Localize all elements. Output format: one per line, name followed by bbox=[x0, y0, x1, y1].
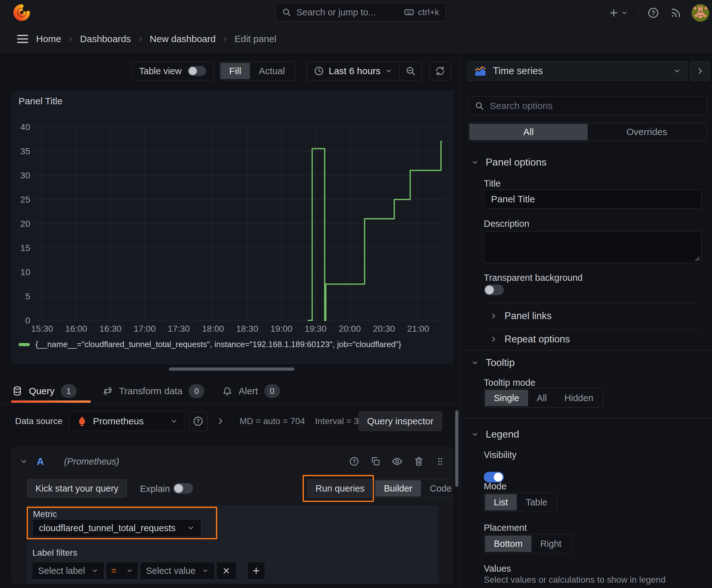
legend-placement-right[interactable]: Right bbox=[532, 536, 570, 552]
legend-visibility-toggle[interactable] bbox=[484, 472, 504, 482]
drag-query-icon[interactable] bbox=[435, 456, 445, 466]
panel-options-header[interactable]: Panel options bbox=[471, 156, 546, 168]
tab-query[interactable]: Query 1 bbox=[12, 381, 77, 401]
panel-links-header[interactable]: Panel links bbox=[490, 310, 552, 322]
svg-text:19:00: 19:00 bbox=[270, 324, 292, 334]
time-series-chart[interactable]: 051015202530354015:3016:0016:3017:0017:3… bbox=[12, 91, 453, 364]
svg-text:18:00: 18:00 bbox=[202, 324, 224, 334]
zoom-out-button[interactable] bbox=[400, 62, 422, 80]
transparent-bg-toggle[interactable] bbox=[484, 285, 504, 295]
tooltip-mode-single[interactable]: Single bbox=[485, 390, 528, 406]
scrollbar-thumb[interactable] bbox=[455, 410, 458, 487]
help-icon[interactable] bbox=[647, 7, 659, 19]
query-inspector-button[interactable]: Query inspector bbox=[359, 412, 442, 431]
query-ref-id: A bbox=[37, 456, 44, 467]
global-search-box[interactable]: Search or jump to... ctrl+k bbox=[275, 3, 446, 21]
legend-header[interactable]: Legend bbox=[471, 428, 519, 440]
chevron-right-icon bbox=[490, 336, 497, 343]
collapse-query-icon[interactable] bbox=[20, 457, 28, 465]
chevron-right-icon bbox=[696, 67, 704, 75]
tab-overrides[interactable]: Overrides bbox=[588, 124, 706, 140]
metric-select[interactable]: cloudflared_tunnel_total_requests bbox=[33, 519, 201, 537]
viz-picker[interactable]: Time series bbox=[468, 61, 688, 81]
metric-value: cloudflared_tunnel_total_requests bbox=[39, 523, 187, 533]
duplicate-query-icon[interactable] bbox=[370, 456, 381, 466]
remove-filter-button[interactable] bbox=[216, 562, 236, 580]
breadcrumb-new-dashboard[interactable]: New dashboard bbox=[150, 34, 216, 44]
grafana-edit-panel-page: Search or jump to... ctrl+k Home Dashboa… bbox=[0, 0, 712, 588]
chevron-down-icon bbox=[170, 417, 178, 425]
legend-mode-table[interactable]: Table bbox=[517, 494, 556, 510]
tab-transform[interactable]: Transform data 0 bbox=[103, 381, 204, 401]
plus-icon bbox=[608, 7, 619, 18]
search-icon bbox=[282, 7, 291, 17]
tab-alert-count: 0 bbox=[264, 384, 280, 398]
query-row-header[interactable]: A (Prometheus) bbox=[12, 448, 453, 475]
tooltip-header[interactable]: Tooltip bbox=[471, 357, 515, 369]
svg-text:40: 40 bbox=[20, 122, 30, 132]
options-sidebar: Time series Search options All Overrides… bbox=[459, 52, 712, 588]
viz-suggestions-button[interactable] bbox=[690, 61, 710, 81]
search-icon bbox=[475, 101, 484, 110]
tab-alert[interactable]: Alert 0 bbox=[222, 381, 280, 401]
svg-text:18:30: 18:30 bbox=[236, 324, 258, 334]
legend-placement-bottom[interactable]: Bottom bbox=[485, 536, 532, 552]
builder-option[interactable]: Builder bbox=[375, 480, 421, 497]
close-icon bbox=[222, 566, 231, 575]
run-queries-button[interactable]: Run queries bbox=[307, 479, 373, 498]
kick-start-button[interactable]: Kick start your query bbox=[27, 479, 127, 498]
mega-menu-icon[interactable] bbox=[16, 32, 29, 46]
refresh-icon bbox=[435, 66, 446, 76]
description-textarea[interactable] bbox=[484, 231, 702, 263]
grafana-logo[interactable] bbox=[13, 4, 30, 21]
add-filter-button[interactable] bbox=[247, 562, 265, 580]
breadcrumb-home[interactable]: Home bbox=[36, 34, 61, 44]
explain-label: Explain bbox=[140, 484, 170, 494]
explain-toggle[interactable] bbox=[173, 483, 193, 494]
code-option[interactable]: Code bbox=[421, 480, 453, 497]
new-menu-button[interactable] bbox=[608, 7, 628, 19]
legend-series-swatch[interactable] bbox=[19, 343, 30, 346]
panel-resize-handle[interactable] bbox=[169, 368, 295, 371]
operator-dropdown[interactable]: = bbox=[106, 562, 138, 580]
datasource-row: Data source Prometheus MD = auto = 704 I… bbox=[15, 412, 445, 431]
label-filters-row: Select label = Select value bbox=[32, 562, 265, 580]
user-avatar[interactable] bbox=[692, 4, 709, 22]
expand-options-icon[interactable] bbox=[216, 417, 224, 425]
repeat-options-header[interactable]: Repeat options bbox=[490, 334, 570, 345]
clock-icon bbox=[314, 66, 324, 76]
tooltip-mode-all[interactable]: All bbox=[528, 390, 556, 406]
search-shortcut: ctrl+k bbox=[418, 7, 439, 17]
tab-transform-count: 0 bbox=[189, 384, 204, 398]
chevron-down-icon bbox=[471, 159, 479, 166]
select-value-dropdown[interactable]: Select value bbox=[140, 562, 215, 580]
title-input[interactable]: Panel Title bbox=[484, 190, 702, 209]
tooltip-mode-label: Tooltip mode bbox=[484, 378, 535, 388]
svg-text:10: 10 bbox=[20, 267, 30, 277]
toggle-visibility-icon[interactable] bbox=[392, 456, 403, 467]
delete-query-icon[interactable] bbox=[414, 456, 424, 466]
actual-option[interactable]: Actual bbox=[250, 63, 294, 79]
section-divider bbox=[460, 418, 712, 418]
news-rss-icon[interactable] bbox=[670, 7, 682, 19]
legend-series-label[interactable]: {__name__="cloudflared_tunnel_total_requ… bbox=[36, 339, 401, 349]
svg-text:19:30: 19:30 bbox=[304, 324, 326, 334]
refresh-button[interactable] bbox=[429, 62, 451, 80]
svg-text:20:00: 20:00 bbox=[339, 324, 361, 334]
breadcrumb-dashboards[interactable]: Dashboards bbox=[80, 34, 131, 44]
search-options-input[interactable]: Search options bbox=[468, 97, 707, 115]
transparent-bg-label: Transparent background bbox=[484, 273, 583, 283]
description-label: Description bbox=[484, 218, 529, 229]
legend-mode-list[interactable]: List bbox=[485, 494, 517, 510]
tooltip-mode-hidden[interactable]: Hidden bbox=[556, 390, 602, 406]
fill-option[interactable]: Fill bbox=[220, 63, 250, 79]
query-help-icon[interactable] bbox=[349, 456, 359, 466]
select-label-dropdown[interactable]: Select label bbox=[32, 562, 104, 580]
table-view-toggle[interactable] bbox=[188, 66, 206, 76]
tab-all[interactable]: All bbox=[469, 124, 588, 140]
zoom-out-icon bbox=[405, 66, 416, 76]
datasource-help-button[interactable] bbox=[189, 412, 208, 431]
datasource-picker[interactable]: Prometheus bbox=[69, 412, 184, 431]
time-range-button[interactable]: Last 6 hours bbox=[307, 62, 399, 80]
resize-handle-icon[interactable] bbox=[693, 255, 700, 261]
